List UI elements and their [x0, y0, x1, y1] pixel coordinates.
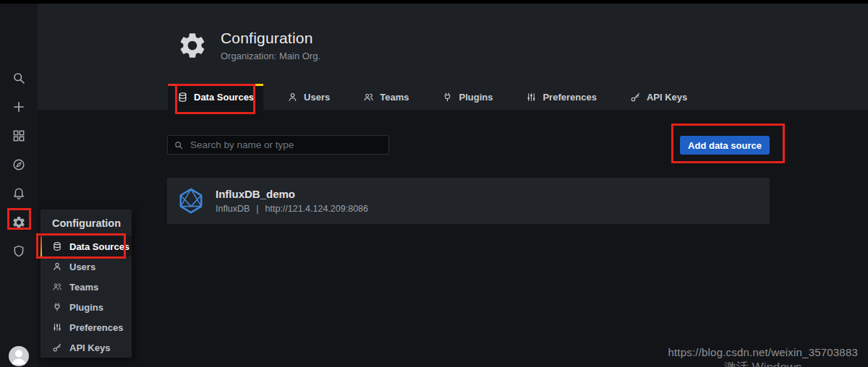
explore-compass-icon: [12, 157, 26, 172]
menu-item-teams[interactable]: Teams: [41, 277, 132, 297]
menu-item-label: Preferences: [69, 322, 123, 333]
alerting-bell-icon: [12, 186, 26, 201]
tab-api-keys[interactable]: API Keys: [621, 84, 697, 110]
key-icon: [52, 342, 62, 353]
database-icon: [177, 92, 188, 103]
sidebar-nav: [0, 64, 38, 266]
datasource-info: InfluxDB_demo InfluxDB | http://121.4.12…: [216, 188, 368, 214]
sidebar-item-search[interactable]: [0, 64, 38, 92]
sidebar-item-explore[interactable]: [0, 150, 38, 179]
datasource-url: http://121.4.124.209:8086: [265, 204, 369, 214]
tab-label: Plugins: [459, 92, 493, 103]
watermark-url: https://blog.csdn.net/weixin_35703883: [668, 346, 858, 358]
datasource-search: [167, 135, 389, 155]
sidebar-item-alerting[interactable]: [0, 179, 38, 208]
tab-teams[interactable]: Teams: [354, 84, 418, 110]
configuration-popout-menu: Configuration Data Sources Users Teams P…: [41, 210, 132, 358]
menu-item-api-keys[interactable]: API Keys: [41, 337, 132, 358]
sidebar: [0, 0, 38, 367]
menu-item-label: Teams: [69, 282, 98, 293]
add-data-source-button[interactable]: Add data source: [680, 136, 770, 155]
page-header-titles: Configuration Organization: Main Org.: [221, 30, 320, 61]
sidebar-item-server-admin[interactable]: [0, 237, 38, 266]
plug-icon: [442, 92, 453, 103]
menu-item-data-sources[interactable]: Data Sources: [41, 236, 132, 256]
tab-users[interactable]: Users: [278, 84, 339, 110]
tab-label: Data Sources: [194, 92, 254, 103]
tab-label: Users: [304, 92, 330, 103]
top-strip: [0, 0, 868, 4]
search-input[interactable]: [189, 139, 383, 151]
page-header: Configuration Organization: Main Org. Da…: [38, 4, 868, 110]
plus-icon: [12, 100, 26, 114]
menu-item-label: Plugins: [69, 302, 103, 313]
datasource-meta: InfluxDB | http://121.4.124.209:8086: [216, 204, 368, 214]
tab-plugins[interactable]: Plugins: [433, 84, 502, 110]
menu-item-plugins[interactable]: Plugins: [41, 297, 132, 317]
watermark: https://blog.csdn.net/weixin_35703883 激活…: [668, 346, 858, 367]
menu-item-users[interactable]: Users: [41, 256, 132, 277]
sliders-icon: [526, 92, 537, 103]
datasource-type: InfluxDB: [216, 204, 250, 214]
configuration-gear-icon: [12, 215, 26, 230]
users-icon: [363, 92, 374, 103]
grafana-flame-icon: [8, 9, 30, 31]
key-icon: [630, 92, 641, 103]
user-icon: [287, 92, 298, 103]
datasource-list-item[interactable]: InfluxDB_demo InfluxDB | http://121.4.12…: [167, 178, 770, 224]
menu-item-label: API Keys: [69, 342, 110, 353]
page-subtitle: Organization: Main Org.: [221, 51, 320, 61]
dashboards-grid-icon: [12, 129, 26, 143]
watermark-activate-windows: 激活 Windows: [668, 359, 858, 367]
menu-item-label: Users: [69, 262, 95, 272]
user-avatar-icon: [9, 346, 29, 366]
users-icon: [52, 282, 62, 292]
menu-item-preferences[interactable]: Preferences: [41, 317, 132, 337]
influxdb-logo-icon: [177, 187, 205, 215]
datasource-name: InfluxDB_demo: [216, 188, 368, 200]
popout-menu-title[interactable]: Configuration: [41, 210, 132, 236]
page-title: Configuration: [221, 30, 320, 47]
plug-icon: [52, 302, 62, 312]
tab-label: Preferences: [542, 92, 596, 103]
search-icon: [12, 71, 26, 85]
search-icon: [174, 140, 184, 150]
tab-label: API Keys: [647, 92, 687, 103]
sidebar-item-dashboards[interactable]: [0, 121, 38, 150]
tab-label: Teams: [380, 92, 409, 103]
sidebar-item-create[interactable]: [0, 92, 38, 121]
configuration-header-gear-icon: [177, 30, 208, 61]
tab-data-sources[interactable]: Data Sources: [168, 84, 263, 110]
sliders-icon: [52, 322, 62, 332]
sidebar-item-configuration[interactable]: [0, 208, 38, 237]
tab-bar: Data Sources Users Teams Plugins Prefere…: [168, 84, 711, 110]
user-avatar-button[interactable]: [9, 346, 29, 366]
user-icon: [52, 262, 62, 272]
grafana-logo[interactable]: [8, 9, 30, 31]
page-header-row: Configuration Organization: Main Org.: [177, 30, 320, 61]
datasource-meta-divider: |: [256, 204, 258, 214]
tab-preferences[interactable]: Preferences: [516, 84, 605, 110]
server-admin-shield-icon: [12, 244, 26, 259]
database-icon: [52, 241, 62, 251]
menu-item-label: Data Sources: [69, 241, 129, 252]
